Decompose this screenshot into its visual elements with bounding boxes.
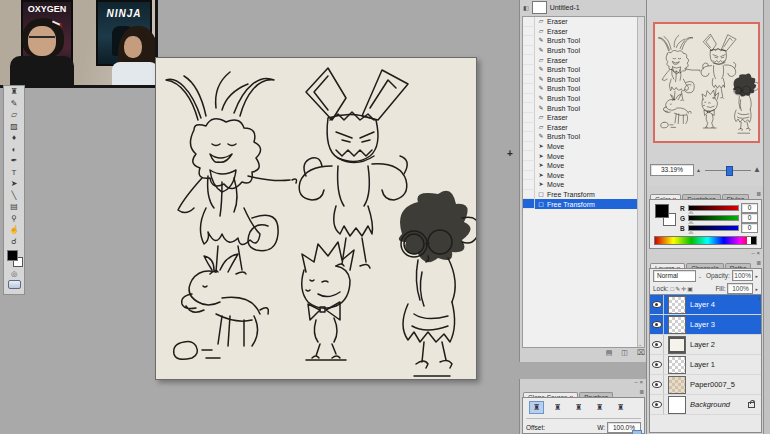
history-state-well[interactable] bbox=[523, 113, 535, 123]
history-state-well[interactable] bbox=[523, 65, 535, 75]
history-state[interactable]: ✎Brush Tool bbox=[523, 36, 644, 46]
layer-row[interactable]: Layer 4 bbox=[650, 295, 761, 315]
clone-stamp-tool[interactable]: ♜ bbox=[5, 86, 23, 98]
history-state[interactable]: ✎Brush Tool bbox=[523, 132, 644, 142]
combo-arrow-icon[interactable]: ▸ bbox=[755, 273, 758, 279]
layer-thumbnail[interactable] bbox=[668, 396, 686, 414]
layer-row[interactable]: Layer 1 bbox=[650, 355, 761, 375]
color-spectrum-ramp[interactable] bbox=[654, 236, 757, 245]
lock-option-icon-0[interactable]: □ bbox=[671, 286, 675, 292]
channel-value-field[interactable]: 0 bbox=[741, 213, 758, 223]
history-state[interactable]: ✎Brush Tool bbox=[523, 46, 644, 56]
dropdown-arrow-icon[interactable]: ⌄ bbox=[698, 273, 702, 279]
layer-thumbnail[interactable] bbox=[668, 336, 686, 354]
history-state-well[interactable] bbox=[523, 27, 535, 37]
lock-option-icon-1[interactable]: ✎ bbox=[675, 286, 680, 292]
line-tool[interactable]: ╲ bbox=[5, 190, 23, 202]
visibility-toggle[interactable] bbox=[650, 335, 664, 354]
channel-slider[interactable] bbox=[688, 205, 739, 211]
slider-thumb[interactable] bbox=[726, 166, 733, 176]
slider-thumb-icon[interactable] bbox=[688, 210, 694, 214]
history-state[interactable]: ✎Brush Tool bbox=[523, 65, 644, 75]
clone-source-3[interactable]: ♜ bbox=[571, 401, 586, 414]
dodge-tool[interactable]: ◐ bbox=[5, 144, 23, 156]
layer-row[interactable]: Paper0007_5 bbox=[650, 375, 761, 395]
combo-arrow-icon[interactable]: ▸ bbox=[755, 286, 758, 292]
history-state-well[interactable] bbox=[523, 75, 535, 85]
history-brush-tool[interactable]: ✎ bbox=[5, 98, 23, 110]
new-document-from-state-icon[interactable]: ▤ bbox=[606, 349, 613, 356]
screen-mode-button[interactable] bbox=[5, 280, 23, 291]
history-state[interactable]: ▱Eraser bbox=[523, 55, 644, 65]
hand-tool[interactable]: ☝ bbox=[5, 224, 23, 236]
history-state[interactable]: ➤Move bbox=[523, 151, 644, 161]
spectrum-black[interactable] bbox=[751, 237, 756, 244]
history-state-well[interactable] bbox=[523, 180, 535, 190]
history-state[interactable]: ▱Eraser bbox=[523, 113, 644, 123]
eyedropper-tool[interactable]: ⚲ bbox=[5, 213, 23, 225]
history-scrollbar[interactable]: ⌄ bbox=[637, 17, 644, 347]
panel-window-controls[interactable]: – × bbox=[520, 379, 647, 386]
history-state-well[interactable] bbox=[523, 151, 535, 161]
panel-menu-icon[interactable]: ≣ bbox=[756, 259, 761, 266]
zoom-out-icon[interactable]: ▴ bbox=[697, 166, 700, 173]
fill-field[interactable]: 100% bbox=[727, 283, 753, 294]
history-state[interactable]: ✎Brush Tool bbox=[523, 75, 644, 85]
history-state-well[interactable] bbox=[523, 171, 535, 181]
history-state[interactable]: ✎Brush Tool bbox=[523, 94, 644, 104]
panel-menu-icon[interactable]: ≣ bbox=[756, 190, 761, 197]
panel-menu-icon[interactable]: ≣ bbox=[639, 388, 644, 395]
history-state-well[interactable] bbox=[523, 161, 535, 171]
dock-edge-strip[interactable] bbox=[763, 0, 770, 434]
layer-row[interactable]: Layer 2 bbox=[650, 335, 761, 355]
history-snapshot-row[interactable]: ◧ Untitled-1 bbox=[520, 0, 647, 15]
history-state-well[interactable] bbox=[523, 123, 535, 133]
navigator-proxy-view[interactable] bbox=[653, 22, 760, 143]
history-state-well[interactable] bbox=[523, 94, 535, 104]
history-state-well[interactable] bbox=[523, 190, 535, 200]
history-state-well[interactable] bbox=[523, 17, 535, 27]
layer-row[interactable]: Layer 3 bbox=[650, 315, 761, 335]
gradient-tool[interactable]: ▨ bbox=[5, 121, 23, 133]
channel-slider[interactable] bbox=[688, 215, 739, 221]
channel-value-field[interactable]: 0 bbox=[741, 223, 758, 233]
channel-value-field[interactable]: 0 bbox=[741, 203, 758, 213]
zoom-tool[interactable]: ☌ bbox=[5, 236, 23, 248]
panel-window-controls[interactable]: – × bbox=[647, 250, 764, 257]
eraser-tool[interactable]: ▱ bbox=[5, 109, 23, 121]
visibility-toggle[interactable] bbox=[650, 295, 664, 314]
history-state[interactable]: ➤Move bbox=[523, 171, 644, 181]
blur-tool[interactable]: ♦ bbox=[5, 132, 23, 144]
history-state[interactable]: ➤Move bbox=[523, 180, 644, 190]
slider-thumb-icon[interactable] bbox=[688, 230, 694, 234]
scroll-up-icon[interactable]: ▴ bbox=[758, 295, 761, 301]
clone-source-2[interactable]: ♜ bbox=[550, 401, 565, 414]
history-state-well[interactable] bbox=[523, 55, 535, 65]
channel-slider[interactable] bbox=[688, 225, 739, 231]
foreground-color-swatch[interactable] bbox=[655, 204, 669, 218]
history-state[interactable]: ➤Move bbox=[523, 142, 644, 152]
visibility-toggle[interactable] bbox=[650, 395, 664, 414]
pen-tool[interactable]: ✒ bbox=[5, 155, 23, 167]
history-state[interactable]: ✎Brush Tool bbox=[523, 103, 644, 113]
scroll-down-icon[interactable]: ⌄ bbox=[638, 341, 642, 347]
history-state[interactable]: ➤Move bbox=[523, 161, 644, 171]
history-state-well[interactable] bbox=[523, 132, 535, 142]
document-canvas[interactable] bbox=[155, 57, 477, 380]
history-state-well[interactable] bbox=[523, 36, 535, 46]
clone-source-5[interactable]: ♜ bbox=[613, 401, 628, 414]
history-state[interactable]: ▢Free Transform bbox=[523, 199, 644, 209]
history-state-well[interactable] bbox=[523, 103, 535, 113]
zoom-in-icon[interactable]: ▲ bbox=[753, 165, 761, 174]
history-state[interactable]: ▱Eraser bbox=[523, 123, 644, 133]
link-scale-icon[interactable]: ∞ bbox=[632, 430, 642, 434]
quick-mask-button[interactable]: ◎ bbox=[5, 269, 23, 280]
layer-thumbnail[interactable] bbox=[668, 316, 686, 334]
type-tool[interactable]: T bbox=[5, 167, 23, 179]
path-selection-tool[interactable]: ➤ bbox=[5, 178, 23, 190]
history-state[interactable]: ▱Eraser bbox=[523, 17, 644, 27]
lock-option-icon-2[interactable]: ✛ bbox=[681, 286, 686, 292]
clone-source-4[interactable]: ♜ bbox=[592, 401, 607, 414]
foreground-color-swatch[interactable] bbox=[7, 250, 18, 261]
slider-thumb-icon[interactable] bbox=[688, 220, 694, 224]
